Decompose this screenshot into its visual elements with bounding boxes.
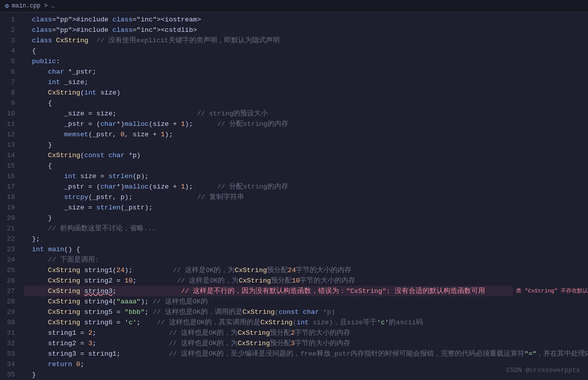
breadcrumb: main.cpp > … (12, 2, 55, 9)
watermark: CSDN @crossoverpptx (506, 367, 580, 374)
code-line: CxString string5 = "bbb"; // 这样也是OK的，调用的… (24, 307, 588, 317)
code-line: _pstr = (char*)malloc(size + 1); // 分配st… (24, 182, 588, 192)
code-line: } (24, 140, 588, 150)
line-numbers: 1234567891011121314151617181920212223242… (0, 14, 19, 378)
code-line: int size = strlen(p); (24, 171, 588, 182)
code-line: // 析构函数这里不讨论，省略... (24, 223, 588, 234)
code-line: _size = size; // string的预设大小 (24, 108, 588, 119)
title-bar: ⚙ main.cpp > … (0, 0, 588, 12)
code-line: int main() { (24, 244, 588, 255)
code-area[interactable]: 1234567891011121314151617181920212223242… (0, 12, 588, 380)
editor: 1234567891011121314151617181920212223242… (0, 12, 588, 380)
code-line: string1 = 2; // 这样也是OK的，为CxString预分配2字节的… (24, 328, 588, 338)
code-line: _pstr = (char*)malloc(size + 1); // 分配st… (24, 119, 588, 129)
code-line: public: (24, 56, 588, 67)
code-line: return 0; (24, 359, 588, 370)
code-line: CxString string3; // 这样是不行的，因为没有默认构造函数，错… (24, 286, 588, 296)
file-icon: ⚙ (5, 2, 9, 10)
code-line: int _size; (24, 77, 588, 88)
code-line: class="pp">#include class="inc"><cstdlib… (24, 25, 588, 35)
code-line: CxString string6 = 'c'; // 这样也是OK的，其实调用的… (24, 317, 588, 328)
code-line: }; (24, 234, 588, 244)
code-line: CxString string2 = 10; // 这样是OK的，为CxStri… (24, 276, 588, 286)
code-line: } (24, 213, 588, 223)
code-content: class="pp">#include class="inc"><iostrea… (19, 14, 588, 378)
code-line: CxString string1(24); // 这样是OK的，为CxStrin… (24, 265, 588, 276)
code-line: } (24, 370, 588, 380)
code-line: char *_pstr; (24, 67, 588, 77)
code-line: { (24, 161, 588, 171)
code-line: class="pp">#include class="inc"><iostrea… (24, 14, 588, 25)
code-line: CxString(int size) (24, 88, 588, 98)
code-line: { (24, 46, 588, 56)
code-line: memset(_pstr, 0, size + 1); (24, 129, 588, 140)
code-line: _size = strlen(_pstr); (24, 202, 588, 213)
code-line: strcpy(_pstr, p); // 复制字符串 (24, 192, 588, 202)
code-line: { (24, 98, 588, 108)
code-line: string3 = string1; // 这样也是OK的，至少编译是没问题的，… (24, 349, 588, 359)
code-line: string2 = 3; // 这样也是OK的，为CxString预分配3字节的… (24, 338, 588, 349)
code-line: // 下面是调用: (24, 255, 588, 265)
code-line: class CxString // 没有使用explicit关键字的类声明，即默… (24, 35, 588, 46)
code-line: CxString string4("aaaa"); // 这样也是OK的 (24, 296, 588, 307)
code-line: CxString(const char *p) (24, 150, 588, 161)
